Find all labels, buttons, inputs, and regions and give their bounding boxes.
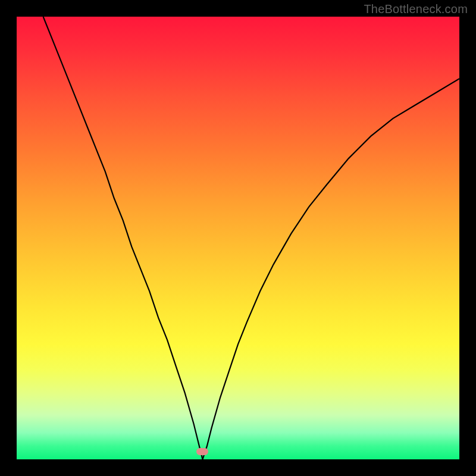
chart-frame: TheBottleneck.com bbox=[0, 0, 476, 476]
plot-area bbox=[17, 17, 459, 459]
watermark-text: TheBottleneck.com bbox=[364, 2, 468, 16]
curve-path bbox=[43, 17, 459, 459]
bottleneck-curve bbox=[17, 17, 459, 459]
optimum-marker bbox=[196, 448, 208, 455]
